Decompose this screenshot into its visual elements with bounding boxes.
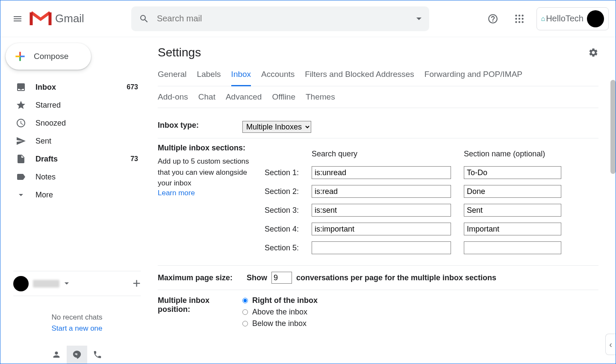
settings-tabs-row2: Add-ons Chat Advanced Offline Themes	[158, 92, 598, 108]
hangouts-tab[interactable]	[67, 346, 87, 364]
chat-status-dropdown-icon[interactable]	[65, 282, 69, 285]
chat-section: + No recent chats Start a new one	[13, 271, 141, 364]
col-section-name: Section name (optional)	[451, 150, 561, 160]
chat-header: +	[13, 276, 141, 291]
col-search-query: Search query	[312, 150, 451, 160]
sidebar-item-more[interactable]: More	[0, 186, 149, 204]
sections-table: Search query Section name (optional) Sec…	[265, 144, 561, 260]
radio-above[interactable]	[242, 309, 248, 315]
section-name-input[interactable]	[464, 204, 561, 217]
section-label: Section 3:	[265, 204, 312, 217]
gear-icon[interactable]	[588, 47, 598, 58]
sidebar-item-inbox[interactable]: Inbox 673	[0, 78, 149, 96]
position-options: Right of the inbox Above the inbox Below…	[242, 296, 318, 328]
account-brand-pill[interactable]: ⌂HelloTech	[536, 7, 609, 30]
chat-avatar[interactable]	[13, 276, 29, 291]
page-size-row: Maximum page size: Show conversations pe…	[158, 266, 598, 290]
contacts-tab[interactable]	[46, 346, 67, 364]
phone-tab[interactable]	[87, 346, 108, 364]
section-label: Section 4:	[265, 223, 312, 235]
tab-filters[interactable]: Filters and Blocked Addresses	[305, 70, 414, 86]
search-bar[interactable]	[131, 6, 429, 31]
tab-chat[interactable]: Chat	[198, 92, 215, 108]
section-query-input[interactable]	[312, 241, 451, 254]
compose-label: Compose	[34, 52, 68, 61]
support-button[interactable]	[483, 9, 502, 28]
section-name-input[interactable]	[464, 241, 561, 254]
page-size-suffix: conversations per page for the multiple …	[296, 273, 496, 282]
section-name-input[interactable]	[464, 223, 561, 235]
sidebar-item-starred[interactable]: Starred	[0, 96, 149, 114]
search-input[interactable]	[157, 14, 416, 23]
section-query-input[interactable]	[312, 223, 451, 235]
position-option-right[interactable]: Right of the inbox	[242, 296, 318, 305]
chat-start-link[interactable]: Start a new one	[13, 324, 141, 333]
gmail-logo[interactable]: Gmail	[29, 11, 84, 27]
sidebar-item-notes[interactable]: Notes	[0, 168, 149, 186]
phone-icon	[93, 350, 102, 359]
tab-inbox[interactable]: Inbox	[231, 70, 251, 86]
hangouts-icon	[72, 350, 82, 359]
label-icon	[16, 172, 26, 182]
side-panel-toggle[interactable]	[605, 334, 616, 355]
star-icon	[16, 100, 26, 110]
section-query-input[interactable]	[312, 185, 451, 198]
section-label: Section 1:	[265, 166, 312, 179]
position-row: Multiple inbox position: Right of the in…	[158, 290, 598, 334]
sidebar-item-snoozed[interactable]: Snoozed	[0, 114, 149, 132]
inbox-type-select[interactable]: Multiple Inboxes	[242, 121, 311, 133]
radio-right[interactable]	[242, 298, 248, 303]
scrollbar[interactable]	[610, 80, 616, 174]
tab-advanced[interactable]: Advanced	[226, 92, 262, 108]
house-icon: ⌂	[541, 15, 545, 23]
svg-point-7	[518, 21, 520, 23]
nav-label: Snoozed	[35, 119, 66, 128]
nav-count: 73	[130, 155, 138, 163]
tab-labels[interactable]: Labels	[197, 70, 221, 86]
nav-label: Sent	[35, 137, 51, 146]
nav-count: 673	[127, 83, 138, 91]
position-option-above[interactable]: Above the inbox	[242, 308, 318, 317]
sidebar-item-drafts[interactable]: Drafts 73	[0, 150, 149, 168]
page-size-input[interactable]	[271, 272, 292, 284]
tab-general[interactable]: General	[158, 70, 187, 86]
header-right: ⌂HelloTech	[483, 7, 609, 30]
avatar[interactable]	[587, 10, 604, 27]
new-chat-button[interactable]: +	[133, 276, 141, 291]
apps-grid-icon	[514, 13, 525, 24]
tab-forwarding[interactable]: Forwarding and POP/IMAP	[424, 70, 522, 86]
section-row-3: Section 3:	[265, 204, 561, 217]
tab-themes[interactable]: Themes	[306, 92, 335, 108]
tab-offline[interactable]: Offline	[272, 92, 295, 108]
sidebar-item-sent[interactable]: Sent	[0, 132, 149, 150]
inbox-type-label: Inbox type:	[158, 121, 242, 130]
sidebar: Compose Inbox 673 Starred Snoozed Sent	[0, 37, 149, 364]
search-options-dropdown-icon[interactable]	[416, 18, 421, 20]
svg-point-4	[518, 18, 520, 19]
clock-icon	[16, 118, 26, 128]
section-query-input[interactable]	[312, 204, 451, 217]
section-label: Section 2:	[265, 185, 312, 198]
nav-label: Inbox	[35, 83, 56, 92]
svg-point-8	[522, 21, 523, 23]
settings-tabs-row1: General Labels Inbox Accounts Filters an…	[158, 70, 598, 86]
svg-point-6	[515, 21, 517, 23]
tab-accounts[interactable]: Accounts	[261, 70, 295, 86]
page-size-prefix: Show	[247, 273, 267, 282]
main-menu-button[interactable]	[7, 9, 28, 29]
section-row-4: Section 4:	[265, 223, 561, 235]
inbox-icon	[16, 82, 26, 92]
google-apps-button[interactable]	[510, 9, 529, 28]
learn-more-link[interactable]: Learn more	[158, 189, 195, 197]
section-label: Section 5:	[265, 241, 312, 254]
compose-button[interactable]: Compose	[6, 43, 91, 70]
section-query-input[interactable]	[312, 166, 451, 179]
section-name-input[interactable]	[464, 185, 561, 198]
radio-below[interactable]	[242, 321, 248, 326]
brand-text: ⌂HelloTech	[541, 14, 584, 23]
page-title: Settings	[158, 46, 201, 59]
position-option-below[interactable]: Below the inbox	[242, 319, 318, 328]
tab-addons[interactable]: Add-ons	[158, 92, 188, 108]
position-label: Multiple inbox position:	[158, 296, 242, 328]
section-name-input[interactable]	[464, 166, 561, 179]
